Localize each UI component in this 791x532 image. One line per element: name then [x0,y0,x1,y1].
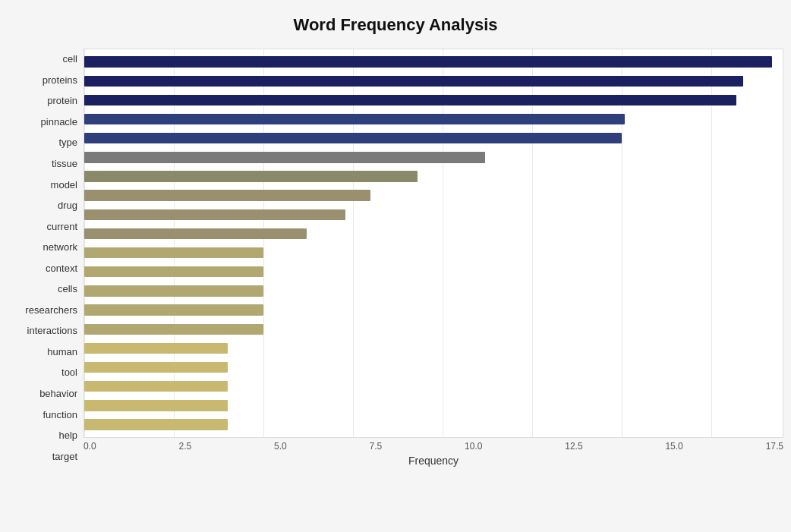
bar-row [84,186,783,205]
y-label: researchers [25,305,77,315]
y-axis-labels: cellproteinsproteinpinnacletypetissuemod… [8,49,84,467]
x-tick: 12.5 [565,441,582,452]
bar-row [84,377,783,396]
bar [84,266,263,277]
y-label: interactions [27,326,77,335]
x-axis: 0.02.55.07.510.012.515.017.5 [84,438,783,452]
bar-row [84,129,783,148]
bar [84,304,263,315]
bar-row [84,338,783,357]
bar-row [84,282,783,301]
y-label: function [43,410,77,420]
bar [84,209,345,220]
bar [84,343,228,354]
bar-row [84,205,783,224]
bar [84,419,228,430]
bar-row [84,301,783,320]
bar [84,152,485,162]
chart-title: Word Frequency Analysis [8,15,783,35]
x-tick: 15.0 [665,441,682,452]
bar-row [84,71,783,90]
x-tick: 7.5 [370,441,383,452]
bar [84,324,263,335]
y-label: cells [58,284,77,294]
bar [84,190,370,200]
x-tick: 17.5 [766,441,783,452]
y-label: type [58,137,77,147]
bar-row [84,244,783,263]
x-tick: 2.5 [179,441,192,452]
y-label: target [52,452,77,461]
bar [84,400,228,411]
y-label: tissue [52,159,77,168]
bar [84,228,307,239]
bar-row [84,167,783,186]
bar [84,56,772,67]
bar [84,285,263,296]
bar [84,247,263,258]
y-label: pinnacle [41,117,77,127]
bar [84,95,736,105]
bar-row [84,415,783,434]
y-label: context [46,263,77,273]
y-label: human [47,347,77,357]
x-tick: 10.0 [465,441,482,452]
bar-row [84,148,783,167]
y-label: model [51,180,77,190]
y-label: cell [62,54,77,64]
bars-and-x: 0.02.55.07.510.012.515.017.5 Frequency [84,49,783,467]
y-label: drug [58,200,77,210]
y-label: current [47,222,77,231]
x-tick: 5.0 [274,441,287,452]
bar [84,171,418,181]
bar [84,76,743,87]
y-label: tool [61,367,77,377]
bar-row [84,52,783,71]
y-label: network [43,242,77,252]
bar-row [84,109,783,128]
bar [84,381,228,392]
bar-row [84,263,783,282]
y-label: protein [47,96,77,105]
bar-rows [84,49,783,437]
bar [84,362,228,373]
y-label: proteins [43,75,77,85]
x-tick: 0.0 [84,441,96,452]
chart-area: cellproteinsproteinpinnacletypetissuemod… [8,49,783,467]
x-axis-label: Frequency [84,455,783,467]
bar [84,133,622,143]
bars-wrapper [84,49,783,438]
bar-row [84,90,783,109]
chart-container: Word Frequency Analysis cellproteinsprot… [0,0,791,532]
bar-row [84,320,783,338]
y-label: behavior [39,389,77,398]
bar-row [84,358,783,377]
bar-row [84,396,783,415]
bar-row [84,224,783,243]
bar [84,114,625,124]
y-label: help [58,430,77,440]
